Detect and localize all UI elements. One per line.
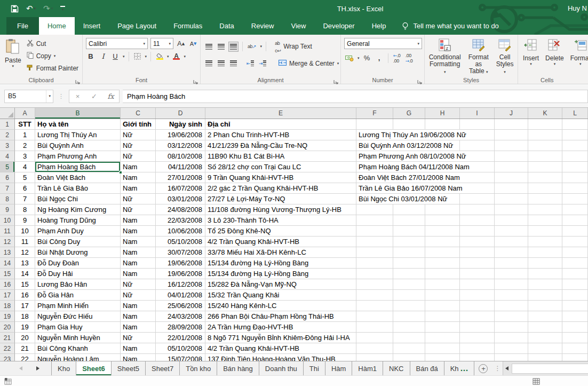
cell-L15[interactable] (562, 269, 588, 279)
font-color-dropdown-icon[interactable]: ▾ (184, 54, 186, 59)
cell-F23[interactable] (356, 354, 393, 361)
cell-J13[interactable] (495, 247, 528, 258)
cell-F11[interactable] (356, 226, 393, 237)
cell-L5[interactable] (562, 162, 588, 172)
cell-D16[interactable]: 16/12/2008 (156, 279, 205, 290)
cell-L11[interactable] (562, 226, 588, 237)
cell-C12[interactable]: Nam (121, 237, 156, 247)
cell-K2[interactable] (528, 130, 562, 140)
cell-K11[interactable] (528, 226, 562, 237)
accounting-format-icon[interactable] (344, 53, 355, 63)
ribbon-tab-developer[interactable]: Developer (314, 17, 363, 35)
cell-E9[interactable]: 11/108 đường Hùng Vương-Thượng Lý-HB (205, 204, 356, 215)
cell-E16[interactable]: 15/282 Đà Nẵng-Vạn Mỹ-NQ (205, 279, 356, 290)
cell-B4[interactable]: Phạm Phương Anh (35, 151, 121, 162)
cell-C4[interactable]: Nữ (121, 151, 156, 162)
cell-K10[interactable] (528, 215, 562, 226)
cell-I22[interactable] (460, 343, 495, 354)
cell-E1[interactable]: Địa chỉ (205, 119, 356, 130)
cell-I13[interactable] (460, 247, 495, 258)
ribbon-tab-formulas[interactable]: Formulas (165, 17, 211, 35)
cell-I18[interactable] (460, 301, 495, 311)
cell-D1[interactable]: Ngày sinh (156, 119, 205, 130)
redo-button[interactable]: ↷▾ (43, 4, 53, 13)
row-header-8[interactable]: 8 (0, 194, 15, 204)
cell-F5[interactable]: Phạm Hoàng Bách 04/11/2008 Nam (356, 162, 393, 172)
cell-C11[interactable]: Nam (121, 226, 156, 237)
cell-K21[interactable] (528, 333, 562, 343)
cell-I14[interactable] (460, 258, 495, 269)
cell-C21[interactable]: Nữ (121, 333, 156, 343)
align-middle-icon[interactable] (216, 42, 226, 52)
cell-I8[interactable] (460, 194, 495, 204)
cell-G13[interactable] (393, 247, 425, 258)
cell-B18[interactable]: Phạm Minh Hiển (35, 301, 121, 311)
cell-J9[interactable] (495, 204, 528, 215)
cell-J21[interactable] (495, 333, 528, 343)
align-left-icon[interactable] (204, 58, 213, 68)
cell-D7[interactable]: 16/07/2008 (156, 183, 205, 194)
row-header-11[interactable]: 11 (0, 226, 15, 237)
align-top-icon[interactable] (204, 42, 213, 52)
sheet-tab-sheet6[interactable]: Sheet6 (76, 361, 112, 375)
cell-B3[interactable]: Bùi Quỳnh Anh (35, 140, 121, 151)
underline-button[interactable]: U (110, 51, 120, 61)
cell-F7[interactable]: Trần Lê Gia Bảo 16/07/2008 Nam (356, 183, 393, 194)
column-header-F[interactable]: F (356, 108, 393, 119)
cell-H17[interactable] (425, 290, 460, 301)
cell-A3[interactable]: 2 (15, 140, 35, 151)
cell-C14[interactable]: Nam (121, 258, 156, 269)
wrap-text-button[interactable]: abc↩ Wrap Text (273, 38, 314, 55)
cell-G17[interactable] (393, 290, 425, 301)
cell-F3[interactable]: Bùi Quỳnh Anh 03/12/2008 Nữ (356, 140, 393, 151)
cell-H23[interactable] (425, 354, 460, 361)
cell-G15[interactable] (393, 269, 425, 279)
cell-D10[interactable]: 22/03/2008 (156, 215, 205, 226)
fill-color-dropdown-icon[interactable]: ▾ (167, 54, 169, 59)
cell-D17[interactable]: 04/01/2008 (156, 290, 205, 301)
delete-cells-button[interactable]: Delete ▾ (543, 37, 567, 68)
cell-B14[interactable]: Đỗ Duy Đoàn (35, 258, 121, 269)
cell-D21[interactable]: 22/01/2008 (156, 333, 205, 343)
cell-A6[interactable]: 5 (15, 172, 35, 183)
row-header-10[interactable]: 10 (0, 215, 15, 226)
sheet-tab-bán-đá[interactable]: Bán đá (410, 361, 444, 375)
row-header-19[interactable]: 19 (0, 311, 15, 322)
cell-K14[interactable] (528, 258, 562, 269)
cell-B9[interactable]: Ng Hoàng Kim Cương (35, 204, 121, 215)
cell-L17[interactable] (562, 290, 588, 301)
customize-qat-button[interactable]: ▾ (60, 6, 65, 12)
cell-B16[interactable]: Lương Bảo Hân (35, 279, 121, 290)
sheet-tab-kho[interactable]: Kho (51, 361, 76, 375)
cell-J15[interactable] (495, 269, 528, 279)
cell-J19[interactable] (495, 311, 528, 322)
cell-L9[interactable] (562, 204, 588, 215)
paste-dropdown-icon[interactable]: ▾ (12, 64, 14, 68)
conditional-formatting-button[interactable]: ≠ ConditionalFormatting ▾ (426, 37, 464, 77)
cell-I16[interactable] (460, 279, 495, 290)
select-all-button[interactable] (0, 108, 15, 119)
cell-H18[interactable] (425, 301, 460, 311)
cell-A9[interactable]: 8 (15, 204, 35, 215)
horizontal-scrollbar[interactable] (503, 361, 588, 375)
cell-I9[interactable] (460, 204, 495, 215)
cell-E4[interactable]: 11B90 Khu B1 Cát Bi-HA (205, 151, 356, 162)
cell-H13[interactable] (425, 247, 460, 258)
cell-L22[interactable] (562, 343, 588, 354)
font-size-select[interactable]: 11▾ (150, 38, 173, 49)
cell-A12[interactable]: 11 (15, 237, 35, 247)
cell-J18[interactable] (495, 301, 528, 311)
cell-K8[interactable] (528, 194, 562, 204)
cell-D4[interactable]: 08/10/2008 (156, 151, 205, 162)
cell-B15[interactable]: Đỗ Duy Hải (35, 269, 121, 279)
cell-J7[interactable] (495, 183, 528, 194)
cell-H9[interactable] (425, 204, 460, 215)
cell-B5[interactable]: Phạm Hoàng Bách (35, 162, 121, 172)
cell-I15[interactable] (460, 269, 495, 279)
cell-C20[interactable]: Nam (121, 322, 156, 333)
cell-I23[interactable] (460, 354, 495, 361)
cell-H19[interactable] (425, 311, 460, 322)
cell-G21[interactable] (393, 333, 425, 343)
cell-K13[interactable] (528, 247, 562, 258)
cell-E3[interactable]: 41/21/239 Đà Nẵng-Cầu Tre-NQ (205, 140, 356, 151)
